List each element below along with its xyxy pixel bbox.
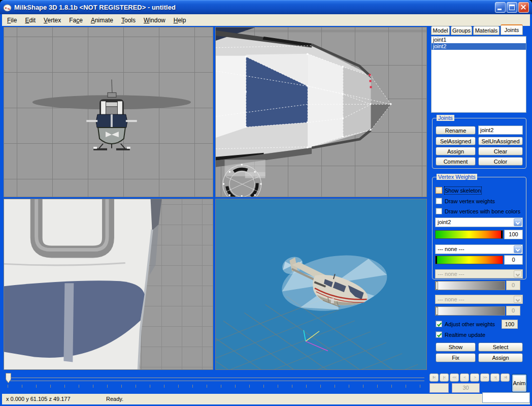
anim-toggle-button[interactable]: Anim: [512, 374, 527, 392]
checkbox-icon[interactable]: [436, 208, 442, 214]
assign-joint-button[interactable]: Assign: [436, 147, 476, 155]
app-icon: [3, 3, 12, 12]
menu-bar: File Edit Vertex Face Animate Tools Wind…: [2, 14, 530, 26]
viewport-front[interactable]: [4, 27, 213, 197]
tab-materials[interactable]: Materials: [473, 26, 500, 35]
app-window: MilkShape 3D 1.8.1b <NOT REGISTERED> - u…: [0, 0, 532, 406]
select-button[interactable]: Select: [478, 342, 523, 352]
chevron-down-icon[interactable]: [514, 245, 522, 253]
helicopter-3d-view: [216, 199, 426, 369]
weight-value-4: 0: [506, 306, 520, 316]
window-title: MilkShape 3D 1.8.1b <NOT REGISTERED> - u…: [14, 4, 176, 11]
blend-combo-4: --- none ---: [435, 295, 523, 304]
close-button[interactable]: [518, 2, 529, 13]
draw-vertex-weights-checkbox[interactable]: Draw vertex weights: [436, 198, 495, 205]
menu-window[interactable]: Window: [140, 15, 170, 25]
status-input[interactable]: [482, 392, 530, 403]
weight-slider-4: [435, 306, 505, 316]
close-icon: [519, 3, 528, 12]
helicopter-nose-view: [216, 27, 426, 197]
list-item[interactable]: joint1: [431, 37, 526, 43]
tab-groups[interactable]: Groups: [451, 26, 472, 35]
assign-weights-button[interactable]: Assign: [478, 353, 523, 362]
color-button[interactable]: Color: [478, 157, 523, 166]
total-frames-field: 30: [452, 383, 480, 393]
viewport-side[interactable]: [215, 27, 427, 197]
chevron-down-icon: [514, 270, 522, 277]
minimize-button[interactable]: [495, 2, 506, 13]
timeline-thumb[interactable]: [5, 372, 12, 384]
status-bar: x 0.000 y 61.105 z 49.177 Ready.: [2, 394, 530, 404]
show-button[interactable]: Show: [436, 342, 476, 352]
menu-help[interactable]: Help: [170, 15, 190, 25]
checkbox-checked-icon[interactable]: [436, 321, 442, 327]
go-last-frame-button[interactable]: >‖: [501, 373, 510, 382]
forward-button[interactable]: >>: [480, 373, 489, 382]
bone-select-combo[interactable]: joint2: [435, 217, 523, 227]
list-item[interactable]: joint2: [431, 43, 526, 50]
rename-button[interactable]: Rename: [436, 126, 476, 135]
slider-thumb: [436, 307, 438, 315]
checkbox-checked-icon[interactable]: [436, 331, 442, 338]
weight-slider-1[interactable]: [435, 230, 503, 239]
title-bar[interactable]: MilkShape 3D 1.8.1b <NOT REGISTERED> - u…: [0, 0, 532, 14]
helicopter-front-view: [4, 27, 213, 197]
joint-name-input[interactable]: joint2: [478, 126, 523, 135]
joint-list[interactable]: joint1 joint2: [431, 36, 526, 113]
menu-face[interactable]: Face: [65, 15, 87, 25]
prev-keyframe-button[interactable]: |<: [440, 373, 449, 382]
joints-group-title: Joints: [437, 115, 454, 121]
blend-combo-2[interactable]: --- none ---: [435, 244, 523, 254]
selunassigned-button[interactable]: SelUnAssigned: [478, 137, 523, 145]
timeline-ticks: [8, 385, 425, 388]
helicopter-top-view: [4, 199, 213, 369]
cursor-coordinates: x 0.000 y 61.105 z 49.177: [6, 396, 71, 402]
weight-value-1[interactable]: 100: [504, 230, 523, 239]
checkbox-icon[interactable]: [436, 187, 442, 194]
weight-slider-2[interactable]: [435, 256, 503, 264]
menu-vertex[interactable]: Vertex: [40, 15, 65, 25]
weight-slider-3: [435, 281, 505, 290]
menu-edit[interactable]: Edit: [21, 15, 40, 25]
vertex-weights-group-title: Vertex Weights: [437, 174, 477, 180]
slider-thumb: [436, 282, 438, 290]
weight-value-2[interactable]: 0: [504, 255, 523, 265]
slider-thumb[interactable]: [501, 231, 503, 238]
chevron-down-icon[interactable]: [514, 218, 522, 226]
go-first-frame-button[interactable]: ‖<: [429, 373, 439, 382]
next-frame-button[interactable]: >: [470, 373, 479, 382]
comment-button[interactable]: Comment: [436, 157, 476, 166]
draw-bone-colors-checkbox[interactable]: Draw vertices with bone colors: [436, 208, 520, 215]
weight-value-3: 0: [506, 280, 520, 290]
checkbox-icon[interactable]: [436, 198, 442, 204]
tab-model[interactable]: Model: [431, 26, 450, 35]
fix-button[interactable]: Fix: [436, 353, 476, 362]
maximize-icon: [509, 5, 515, 10]
timeline-track[interactable]: [6, 378, 424, 381]
viewport-top[interactable]: [4, 199, 213, 370]
show-skeleton-checkbox[interactable]: Show skeleton: [436, 187, 481, 194]
viewport-3d[interactable]: [215, 199, 427, 370]
prev-frame-button[interactable]: <: [460, 373, 469, 382]
adjust-other-weights-checkbox[interactable]: Adjust other weights: [436, 321, 495, 328]
tab-joints[interactable]: Joints: [501, 24, 523, 35]
status-message: Ready.: [106, 396, 123, 402]
current-frame-field: [429, 383, 449, 393]
next-keyframe-button[interactable]: >|: [490, 373, 500, 382]
adjust-other-value[interactable]: 100: [502, 320, 518, 329]
menu-tools[interactable]: Tools: [117, 15, 140, 25]
rewind-button[interactable]: <<: [450, 373, 459, 382]
menu-animate[interactable]: Animate: [87, 15, 117, 25]
selassigned-button[interactable]: SelAssigned: [436, 137, 476, 145]
minimize-icon: [497, 9, 502, 10]
maximize-button[interactable]: [507, 2, 517, 13]
realtime-update-checkbox[interactable]: Realtime update: [436, 331, 485, 338]
clear-button[interactable]: Clear: [478, 147, 523, 155]
menu-file[interactable]: File: [3, 15, 21, 25]
chevron-down-icon: [514, 296, 522, 303]
slider-thumb[interactable]: [436, 256, 437, 264]
blend-combo-3: --- none ---: [435, 269, 523, 278]
